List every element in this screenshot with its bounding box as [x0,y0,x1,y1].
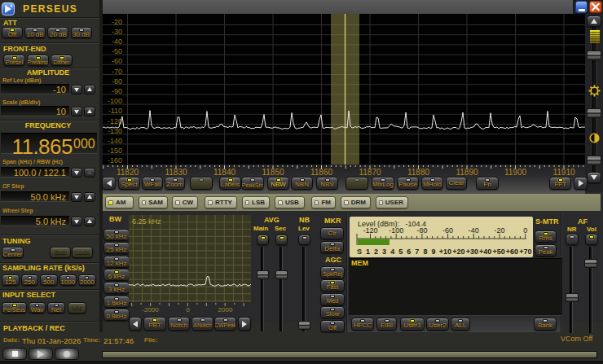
svg-text:11880: 11880 [407,168,430,177]
svg-text:0: 0 [523,226,527,235]
svg-text:-80: -80 [416,226,427,235]
svg-text:11820: 11820 [117,168,139,177]
svg-text:-100: -100 [389,226,403,235]
svg-text:-160: -160 [108,156,122,164]
svg-text:-110: -110 [108,107,122,115]
svg-text:0: 0 [186,306,190,313]
svg-text:6: 6 [407,248,411,256]
svg-text:11830: 11830 [165,168,187,177]
svg-text:-50: -50 [112,47,122,55]
svg-text:11860: 11860 [310,168,333,177]
svg-text:11890: 11890 [456,168,478,177]
svg-text:+20: +20 [452,248,464,256]
svg-text:1: 1 [366,248,370,256]
svg-text:-20: -20 [494,226,504,235]
svg-text:7: 7 [415,248,419,256]
svg-text:+40: +40 [479,248,491,256]
svg-text:+10: +10 [439,248,451,256]
svg-text:5: 5 [398,248,403,256]
svg-text:-40: -40 [469,226,479,235]
svg-text:-140: -140 [108,137,122,145]
svg-text:2: 2 [374,248,378,256]
svg-text:-40: -40 [112,37,122,46]
svg-text:9: 9 [431,248,435,256]
svg-text:S: S [357,248,362,256]
svg-text:2000: 2000 [218,306,233,313]
svg-text:3: 3 [382,248,386,256]
svg-text:-2000: -2000 [142,306,159,313]
svg-text:-120: -120 [363,226,377,235]
svg-text:11870: 11870 [359,168,381,177]
svg-text:-100: -100 [108,97,122,105]
svg-text:-60: -60 [112,57,122,65]
svg-text:+60: +60 [506,248,518,256]
svg-text:11900: 11900 [504,168,527,177]
svg-text:-150: -150 [108,147,122,155]
svg-text:4: 4 [390,248,394,256]
svg-text:11840: 11840 [213,168,236,177]
svg-text:+50: +50 [492,248,504,256]
svg-text:-60: -60 [442,226,453,235]
svg-text:-90: -90 [112,87,122,95]
svg-text:11910: 11910 [552,168,575,177]
svg-text:-20: -20 [112,18,122,26]
svg-text:8: 8 [423,248,427,256]
svg-text:+70: +70 [519,248,531,256]
svg-text:+30: +30 [466,248,478,256]
svg-text:-80: -80 [112,77,122,86]
svg-text:6.25 kHz: 6.25 kHz [132,217,161,226]
svg-text:-70: -70 [112,68,122,76]
svg-text:11850: 11850 [262,168,284,177]
svg-text:-30: -30 [112,28,122,36]
